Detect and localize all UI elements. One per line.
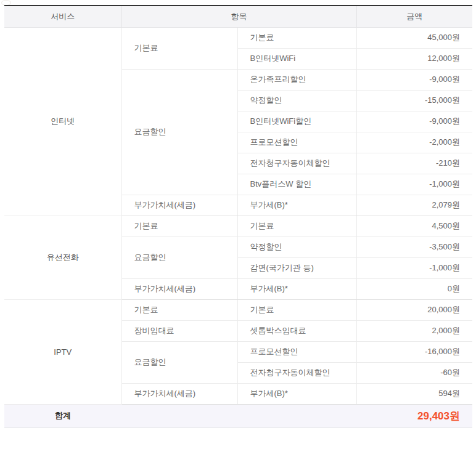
billing-table-footer: 합계 29,403원 bbox=[4, 404, 472, 427]
total-amount: 29,403원 bbox=[121, 404, 472, 427]
charge-group-cell: 부가가치세(세금) bbox=[121, 278, 237, 299]
item-label-cell: 셋톱박스임대료 bbox=[237, 320, 356, 341]
billing-table-body: 인터넷기본료기본료45,000원B인터넷WiFi12,000원요금할인온가족프리… bbox=[4, 27, 472, 404]
service-cell: 유선전화 bbox=[4, 216, 121, 299]
charge-group-cell: 요금할인 bbox=[121, 341, 237, 383]
billing-table: 서비스 항목 금액 인터넷기본료기본료45,000원B인터넷WiFi12,000… bbox=[4, 5, 472, 428]
amount-cell: -9,000원 bbox=[356, 111, 472, 132]
amount-cell: 2,000원 bbox=[356, 320, 472, 341]
amount-cell: 2,079원 bbox=[356, 195, 472, 216]
item-label-cell: 프로모션할인 bbox=[237, 341, 356, 362]
table-row: 인터넷기본료기본료45,000원 bbox=[4, 27, 472, 48]
billing-table-container: 서비스 항목 금액 인터넷기본료기본료45,000원B인터넷WiFi12,000… bbox=[4, 5, 472, 428]
item-label-cell: B인터넷WiFi bbox=[237, 48, 356, 69]
item-label-cell: 부가세(B)* bbox=[237, 383, 356, 404]
table-row: 유선전화기본료기본료4,500원 bbox=[4, 216, 472, 237]
amount-cell: 12,000원 bbox=[356, 48, 472, 69]
col-header-amount: 금액 bbox=[356, 6, 472, 27]
amount-cell: -1,000원 bbox=[356, 174, 472, 195]
item-label-cell: 프로모션할인 bbox=[237, 132, 356, 153]
item-label-cell: 기본료 bbox=[237, 27, 356, 48]
amount-cell: -2,000원 bbox=[356, 132, 472, 153]
item-label-cell: 부가세(B)* bbox=[237, 278, 356, 299]
charge-group-cell: 부가가치세(세금) bbox=[121, 383, 237, 404]
charge-group-cell: 기본료 bbox=[121, 299, 237, 320]
amount-cell: -1,000원 bbox=[356, 257, 472, 278]
item-label-cell: 기본료 bbox=[237, 299, 356, 320]
amount-cell: -16,000원 bbox=[356, 341, 472, 362]
table-row: IPTV기본료기본료20,000원 bbox=[4, 299, 472, 320]
amount-cell: -9,000원 bbox=[356, 69, 472, 90]
amount-cell: 20,000원 bbox=[356, 299, 472, 320]
amount-cell: 0원 bbox=[356, 278, 472, 299]
amount-cell: 45,000원 bbox=[356, 27, 472, 48]
service-cell: IPTV bbox=[4, 299, 121, 404]
item-label-cell: 온가족프리할인 bbox=[237, 69, 356, 90]
charge-group-cell: 요금할인 bbox=[121, 237, 237, 278]
amount-cell: 594원 bbox=[356, 383, 472, 404]
item-label-cell: 전자청구자동이체할인 bbox=[237, 153, 356, 174]
amount-cell: -3,500원 bbox=[356, 237, 472, 257]
item-label-cell: 약정할인 bbox=[237, 237, 356, 257]
billing-page: 서비스 항목 금액 인터넷기본료기본료45,000원B인터넷WiFi12,000… bbox=[0, 0, 476, 449]
amount-cell: -210원 bbox=[356, 153, 472, 174]
item-label-cell: 기본료 bbox=[237, 216, 356, 237]
charge-group-cell: 부가가치세(세금) bbox=[121, 195, 237, 216]
charge-group-cell: 기본료 bbox=[121, 216, 237, 237]
amount-cell: -15,000원 bbox=[356, 90, 472, 111]
charge-group-cell: 요금할인 bbox=[121, 69, 237, 195]
charge-group-cell: 장비임대료 bbox=[121, 320, 237, 341]
total-row: 합계 29,403원 bbox=[4, 404, 472, 427]
header-row: 서비스 항목 금액 bbox=[4, 6, 472, 27]
total-label: 합계 bbox=[4, 404, 121, 427]
item-label-cell: B인터넷WiFi할인 bbox=[237, 111, 356, 132]
service-cell: 인터넷 bbox=[4, 27, 121, 216]
col-header-item: 항목 bbox=[121, 6, 356, 27]
item-label-cell: 약정할인 bbox=[237, 90, 356, 111]
item-label-cell: 전자청구자동이체할인 bbox=[237, 362, 356, 383]
billing-table-header: 서비스 항목 금액 bbox=[4, 6, 472, 27]
amount-cell: 4,500원 bbox=[356, 216, 472, 237]
item-label-cell: 감면(국가기관 등) bbox=[237, 257, 356, 278]
amount-cell: -60원 bbox=[356, 362, 472, 383]
col-header-service: 서비스 bbox=[4, 6, 121, 27]
charge-group-cell: 기본료 bbox=[121, 27, 237, 69]
item-label-cell: 부가세(B)* bbox=[237, 195, 356, 216]
item-label-cell: Btv플러스W 할인 bbox=[237, 174, 356, 195]
